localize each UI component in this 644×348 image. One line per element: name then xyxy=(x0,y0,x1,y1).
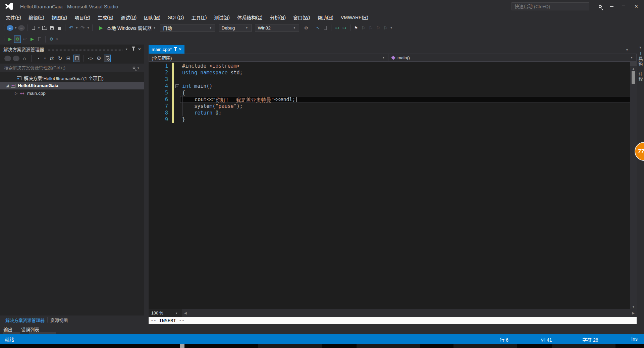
vertical-scrollbar[interactable]: ▲ ▼ xyxy=(630,62,637,309)
nav-forward-icon[interactable]: → xyxy=(18,25,25,31)
quick-launch-input[interactable] xyxy=(512,3,589,10)
menu-item-N[interactable]: 分析N xyxy=(266,13,289,22)
scope-dropdown[interactable]: (全局范围) ▾ xyxy=(149,54,388,62)
chevron-down-icon[interactable]: ▾ xyxy=(43,55,47,62)
run-to-cursor-icon[interactable]: ↖ xyxy=(315,24,321,31)
code-line-2[interactable]: 2using namespace std; xyxy=(149,69,630,76)
tab-main-cpp[interactable]: main.cpp* × xyxy=(149,45,184,54)
menu-item-R[interactable]: VMWARER xyxy=(337,13,372,22)
find-doc-icon[interactable] xyxy=(322,24,329,31)
start-debug-button[interactable]: ▶ 本地 Windows 调试器 ▾ xyxy=(97,24,157,31)
se-view-code-icon[interactable]: <> xyxy=(87,55,94,62)
zoom-dropdown[interactable]: 100 % ▾ xyxy=(149,309,182,317)
scrollbar-thumb[interactable] xyxy=(632,71,635,84)
tree-item-main.cpp[interactable]: ▷main.cpp xyxy=(0,89,144,97)
tree-expander-icon[interactable]: ◢ xyxy=(4,84,11,87)
menu-item-B[interactable]: 生成B xyxy=(94,13,117,22)
chevron-down-icon[interactable]: ▾ xyxy=(14,24,17,31)
debug-run-icon[interactable]: ▶ xyxy=(29,36,36,43)
window-position-icon[interactable]: ▾ xyxy=(126,47,129,51)
close-button[interactable]: × xyxy=(631,2,641,11)
tree-expander-icon[interactable]: ▷ xyxy=(13,91,19,95)
se-home-icon[interactable]: ⌂ xyxy=(21,55,28,62)
se-preview-icon[interactable] xyxy=(104,55,111,62)
menu-item-P[interactable]: 项目P xyxy=(71,13,94,22)
se-refresh-icon[interactable]: ↻ xyxy=(57,55,63,62)
tree-item-helloultramangaia[interactable]: ◢HelloUltramanGaia xyxy=(0,82,144,89)
bottom-tab-1[interactable]: 输出 xyxy=(3,326,12,333)
solution-platforms-gear-icon[interactable]: ⚙ xyxy=(303,24,310,31)
close-panel-icon[interactable]: × xyxy=(138,47,141,52)
debug-attach-icon[interactable]: ▶ xyxy=(7,36,13,43)
chevron-down-icon[interactable]: ▾ xyxy=(138,66,141,70)
bookmark-prev-folder-icon[interactable]: ⚐ xyxy=(375,24,382,31)
panel-tab-2[interactable]: 资源视图 xyxy=(48,316,70,324)
search-icon[interactable] xyxy=(595,2,605,11)
code-line-7[interactable]: 7 system("pause"); xyxy=(149,103,630,110)
menu-item-W[interactable]: 窗口W xyxy=(289,13,314,22)
code-line-9[interactable]: 9} xyxy=(149,116,630,123)
pin-icon[interactable] xyxy=(133,48,134,51)
minimize-button[interactable] xyxy=(606,2,616,11)
solution-explorer-search[interactable]: ▾ xyxy=(0,64,144,72)
se-pending-icon[interactable]: ◔ xyxy=(35,55,42,62)
member-dropdown[interactable]: main() ▾ xyxy=(388,54,637,62)
save-icon[interactable] xyxy=(49,24,55,31)
open-file-icon[interactable] xyxy=(41,24,48,31)
nav-next-teal-icon[interactable]: ↦ xyxy=(341,24,348,31)
bottom-tab-2[interactable]: 错误列表 xyxy=(21,326,39,333)
fold-collapse-icon[interactable]: − xyxy=(174,84,180,88)
tree-item-solution[interactable]: 解决方案“HelloUltramanGaia”(1 个项目) xyxy=(0,74,144,82)
panel-tab-1[interactable]: 解决方案资源管理器 xyxy=(3,316,47,324)
search-solution-input[interactable] xyxy=(0,65,132,70)
nav-back-icon[interactable]: ← xyxy=(7,25,13,31)
solution-platform-dropdown[interactable]: Win32▾ xyxy=(255,24,299,32)
code-area[interactable]: 1#include <iostream>2using namespace std… xyxy=(149,62,630,309)
scroll-up-icon[interactable]: ▲ xyxy=(632,66,635,71)
auto-dropdown[interactable]: 自动▾ xyxy=(160,24,215,32)
tab-overflow-icon[interactable]: ▼ xyxy=(626,48,629,52)
menu-item-D[interactable]: 调试D xyxy=(117,13,140,22)
code-line-6[interactable]: 6 cout<<"你好！ 我是盖亚奥特曼"<<endl; xyxy=(149,96,630,103)
bookmark-next-icon[interactable]: ⚐ xyxy=(368,24,374,31)
autohide-tab-2[interactable]: 注释 xyxy=(637,72,644,82)
menu-item-C[interactable]: 体系结构C xyxy=(233,13,266,22)
menu-item-T[interactable]: 工具T xyxy=(187,13,210,22)
chevron-down-icon[interactable]: ▾ xyxy=(390,24,393,31)
debug-manage-icon[interactable]: ⚙ xyxy=(14,36,21,43)
autohide-tab-1[interactable]: 工具箱 xyxy=(637,51,644,66)
bookmark-prev-icon[interactable]: ⚐ xyxy=(360,24,367,31)
chevron-down-icon[interactable]: ▾ xyxy=(87,24,90,31)
restore-button[interactable] xyxy=(619,2,629,11)
redo-icon[interactable]: ↷ xyxy=(79,24,86,31)
step-back-icon[interactable]: ↩ xyxy=(21,36,28,43)
bookmark-toggle-icon[interactable]: ⚑ xyxy=(353,24,360,31)
menu-item-M[interactable]: 团队M xyxy=(140,13,164,22)
chevron-down-icon[interactable]: ▾ xyxy=(75,24,78,31)
se-properties-icon[interactable]: ⚙ xyxy=(96,55,102,62)
solution-explorer-header[interactable]: 解决方案资源管理器 ▾ × xyxy=(0,45,144,54)
scroll-right-icon[interactable]: ▶ xyxy=(630,311,637,315)
build-wrench-icon[interactable]: ⚙ xyxy=(48,36,55,43)
code-line-5[interactable]: 5{ xyxy=(149,89,630,96)
save-all-icon[interactable] xyxy=(56,24,63,31)
menu-item-V[interactable]: 视图V xyxy=(48,13,71,22)
quick-launch-box[interactable] xyxy=(512,2,589,10)
se-show-all-files-icon[interactable] xyxy=(73,55,80,62)
se-collapse-all-icon[interactable]: ⊟ xyxy=(65,55,72,62)
code-line-8[interactable]: 8 return 0; xyxy=(149,110,630,116)
se-back-icon[interactable]: ← xyxy=(4,56,11,61)
scroll-down-icon[interactable]: ▼ xyxy=(632,304,635,309)
pin-icon[interactable] xyxy=(175,48,176,51)
toolbar-grip[interactable] xyxy=(3,25,5,31)
code-editor[interactable]: 1#include <iostream>2using namespace std… xyxy=(149,62,637,309)
splitter-grip[interactable] xyxy=(630,62,637,66)
scroll-left-icon[interactable]: ◀ xyxy=(182,311,189,315)
undo-icon[interactable]: ↶ xyxy=(68,24,74,31)
code-line-4[interactable]: 4−int main() xyxy=(149,83,630,89)
code-line-3[interactable]: 3 xyxy=(149,76,630,83)
menu-item-H[interactable]: 帮助H xyxy=(314,13,337,22)
se-sync-icon[interactable]: ⇄ xyxy=(48,55,55,62)
close-icon[interactable]: × xyxy=(179,47,181,52)
nav-prev-teal-icon[interactable]: ↤ xyxy=(334,24,340,31)
